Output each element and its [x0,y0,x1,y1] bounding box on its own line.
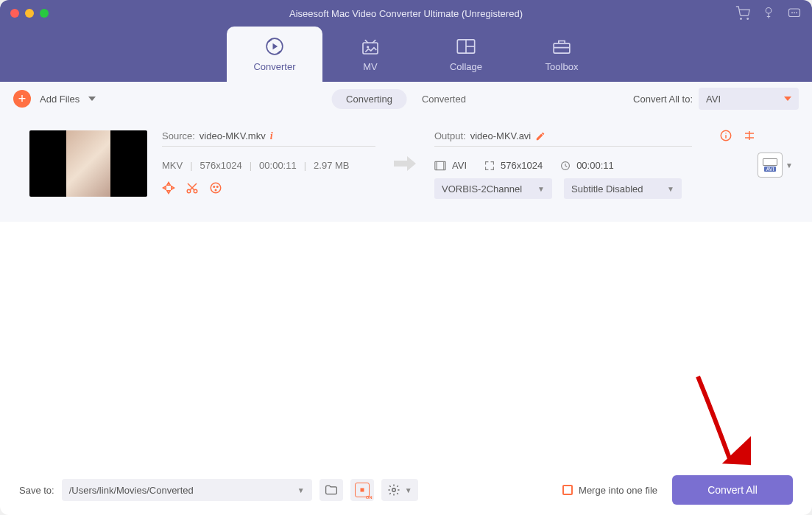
save-path-value: /Users/link/Movies/Converted [69,485,194,496]
toolbox-icon [551,36,573,57]
clock-icon [560,161,571,171]
chevron-down-icon: ▼ [785,161,793,169]
window-title: Aiseesoft Mac Video Converter Ultimate (… [289,8,523,19]
footer: Save to: /Users/link/Movies/Converted ▼ … [7,475,805,505]
source-size: 2.97 MB [314,160,349,171]
svg-point-0 [741,18,742,20]
tab-label: Toolbox [546,61,579,72]
svg-point-17 [213,186,215,188]
converter-icon [264,36,286,57]
source-format: MKV [162,160,183,171]
video-thumbnail[interactable] [29,130,147,197]
annotation-arrow [685,372,751,483]
svg-point-32 [392,488,395,492]
svg-point-5 [794,13,795,13]
output-filename: video-MKV.avi [470,130,532,141]
merge-label: Merge into one file [579,485,657,496]
audio-track-select[interactable]: VORBIS-2Channel ▼ [434,178,552,199]
key-icon[interactable] [762,7,775,20]
svg-point-26 [725,133,727,134]
svg-point-15 [194,189,197,193]
convert-all-to-label: Convert All to: [633,94,693,105]
output-info-icon[interactable] [719,129,732,142]
resolution-icon [484,161,495,171]
output-settings-icon[interactable] [743,129,756,142]
arrow-right-icon [390,130,420,197]
save-to-label: Save to: [19,485,54,496]
cart-icon[interactable] [735,6,750,21]
compress-icon[interactable] [162,181,175,195]
svg-point-6 [797,13,797,13]
svg-point-4 [792,13,793,13]
segment-converting[interactable]: Converting [331,89,407,109]
tab-label: Converter [253,61,295,72]
convert-all-format-value: AVI [706,94,721,105]
add-files-label: Add Files [40,94,80,105]
convert-all-button[interactable]: Convert All [672,475,793,505]
tab-toolbox[interactable]: Toolbox [514,27,610,82]
film-icon [434,161,446,171]
svg-point-14 [187,189,191,193]
merge-checkbox[interactable]: Merge into one file [562,485,657,496]
add-files-dropdown[interactable] [88,97,96,101]
tab-mv[interactable]: MV [322,27,418,82]
gpu-accel-button[interactable]: ON [350,479,374,501]
feedback-icon[interactable] [787,7,802,20]
chevron-down-icon: ▼ [297,486,305,494]
source-filename: video-MKV.mkv [200,130,266,141]
close-window-button[interactable] [10,9,19,18]
output-format-picker[interactable]: AVI ▼ [758,153,793,178]
top-nav: Converter MV Collage Toolbox [0,27,812,82]
titlebar: Aiseesoft Mac Video Converter Ultimate (… [0,0,812,27]
mv-icon [359,36,381,57]
source-label: Source: [162,130,195,141]
svg-point-16 [211,183,221,193]
tab-converter[interactable]: Converter [227,27,322,82]
convert-all-button-label: Convert All [707,484,758,496]
svg-rect-31 [360,488,364,492]
edit-effects-icon[interactable] [209,181,222,195]
svg-point-18 [216,186,219,188]
chevron-down-icon [784,97,791,101]
open-folder-button[interactable] [319,479,343,501]
segment-converted[interactable]: Converted [407,89,481,109]
tab-label: MV [363,61,378,72]
svg-point-19 [215,189,217,192]
chevron-down-icon: ▼ [667,185,674,193]
audio-track-value: VORBIS-2Channel [442,183,522,195]
source-resolution: 576x1024 [200,160,242,171]
tab-collage[interactable]: Collage [418,27,514,82]
svg-point-2 [766,8,772,14]
svg-point-1 [747,18,749,20]
file-row: Source: video-MKV.mkv i MKV| 576x1024| 0… [0,116,812,222]
rename-icon[interactable] [535,131,546,141]
info-icon[interactable]: i [270,130,273,142]
minimize-window-button[interactable] [25,9,34,18]
output-resolution: 576x1024 [501,160,543,171]
output-label: Output: [434,130,466,141]
chevron-down-icon: ▼ [405,486,412,494]
svg-point-9 [367,46,369,48]
output-format: AVI [452,160,467,171]
add-files-button[interactable]: + [13,90,31,108]
checkbox-icon [562,485,573,495]
chevron-down-icon: ▼ [537,185,545,193]
save-path-select[interactable]: /Users/link/Movies/Converted ▼ [62,479,312,501]
collage-icon [455,36,477,57]
maximize-window-button[interactable] [40,9,49,18]
convert-all-format-select[interactable]: AVI [699,88,799,110]
subtitle-select[interactable]: Subtitle Disabled ▼ [564,178,682,199]
output-duration: 00:00:11 [576,160,614,171]
subbar: + Add Files Converting Converted Convert… [0,82,812,116]
subtitle-value: Subtitle Disabled [571,183,643,195]
cut-icon[interactable] [186,181,199,195]
tab-label: Collage [450,61,482,72]
source-duration: 00:00:11 [259,160,297,171]
settings-button[interactable]: ▼ [381,479,418,501]
format-badge-label: AVI [764,167,777,172]
